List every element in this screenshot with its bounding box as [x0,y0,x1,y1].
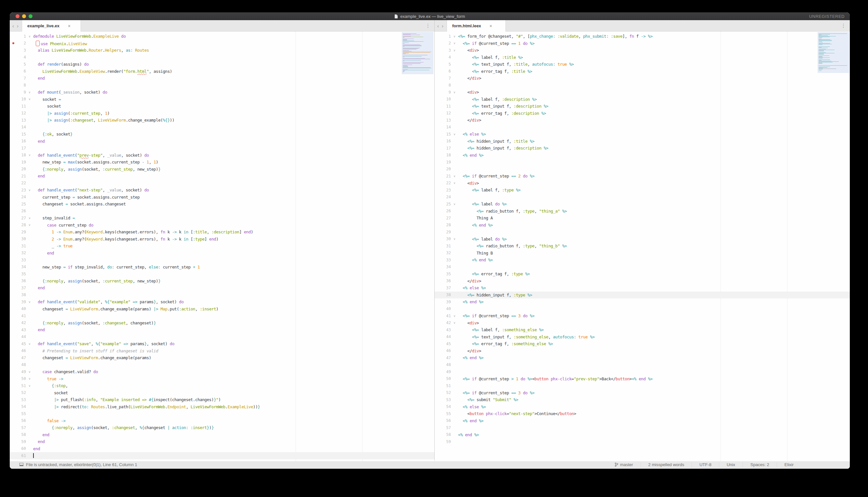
code-line[interactable]: 2 use Phoenix.LiveView [10,40,434,47]
code-line[interactable]: 40 [435,306,850,313]
fold-arrow-icon[interactable]: ∨ [451,174,458,178]
code-line[interactable]: 40 changeset = LiveViewForm.change_examp… [10,306,434,313]
code-line[interactable]: 54 <% else %> [435,403,850,411]
code-line[interactable]: 24 [435,194,850,201]
tab-scroll-left-icon[interactable]: ‹ [12,23,14,29]
code-line[interactable]: 38 [10,292,434,299]
code-line[interactable]: 44 [10,333,434,341]
code-line[interactable]: 31 <%= radio_button f, :type, "thing_b" … [435,242,850,250]
code-line[interactable]: 18 <% end %> [435,152,850,159]
fold-arrow-icon[interactable]: ∨ [26,384,33,387]
code-line[interactable]: 42 {:noreply, assign(socket, :changeset,… [10,320,434,327]
code-line[interactable]: 41 [10,312,434,320]
code-line[interactable]: 43 end [10,326,434,333]
fold-arrow-icon[interactable]: ∨ [451,91,458,94]
code-line[interactable]: 14 [10,124,434,131]
fold-arrow-icon[interactable]: ∨ [451,314,458,317]
code-line[interactable]: 30∨ <%= label do %> [435,236,850,243]
code-line[interactable]: 58<% end %> [435,431,850,439]
fold-arrow-icon[interactable]: ∨ [26,300,33,303]
code-line[interactable]: 18∨ def handle_event("prev-step", _value… [10,152,434,159]
code-line[interactable]: 27 Thing A [435,214,850,222]
code-line[interactable]: 29 [435,228,850,236]
code-line[interactable]: 20 {:noreply, assign(socket, :current_st… [10,166,434,173]
code-line[interactable]: 15 {:ok, socket} [10,131,434,138]
code-line[interactable]: 51 [435,382,850,389]
code-line[interactable]: 59 [435,438,850,445]
code-line[interactable]: 16 <%= hidden_input f, :title %> [435,138,850,145]
tab-close-icon[interactable]: × [489,24,492,29]
code-line[interactable]: 54 |> redirect(to: Routes.live_path(Live… [10,403,434,411]
code-line[interactable]: 19 [435,159,850,166]
code-line[interactable]: 22∨ <div> [435,180,850,187]
code-line[interactable]: 49 [435,368,850,375]
code-line[interactable]: 47 changeset = LiveViewForm.change_examp… [10,354,434,361]
code-line[interactable]: 26 <%= radio_button f, :type, "thing_a" … [435,208,850,215]
code-line[interactable]: 19 new_step = max(socket.assigns.current… [10,159,434,166]
code-line[interactable]: 33 <% end %> [435,256,850,264]
code-line[interactable]: 44 <%= text_input f, :something_else, au… [435,333,850,341]
code-line[interactable]: 22 [10,180,434,187]
code-line[interactable]: 41∨ <%= if @current_step == 3 do %> [435,312,850,320]
code-line[interactable]: 25 changeset = socket.assigns.changeset [10,201,434,208]
line-endings-status[interactable]: Unix [719,462,742,467]
title-bar[interactable]: example_live.ex — live_view_form UNREGIS… [10,12,850,20]
code-line[interactable]: 56 <% end %> [435,417,850,425]
syntax-status[interactable]: Elixir [777,462,801,467]
right-editor[interactable]: 1∨<%= form_for @changeset, "#", [phx_cha… [435,31,850,461]
code-line[interactable]: 58 end [10,431,434,439]
code-line[interactable]: 28∨ case current_step do [10,222,434,229]
code-line[interactable]: 1∨defmodule LiveViewFormWeb.ExampleLive … [10,33,434,40]
code-line[interactable]: 36 </div> [435,278,850,285]
code-line[interactable]: 15∨ <% else %> [435,131,850,138]
code-line[interactable]: 50 <%= if @current_step > 1 do %><button… [435,375,850,383]
code-line[interactable]: 32 end [10,250,434,257]
fold-arrow-icon[interactable]: ∨ [451,49,458,52]
fold-arrow-icon[interactable]: ∨ [26,91,33,94]
code-line[interactable]: 14 [435,124,850,131]
tab-scroll-right-icon[interactable]: › [442,23,443,29]
code-line[interactable]: 37 end [10,284,434,292]
code-line[interactable]: 36 {:noreply, assign(socket, :current_st… [10,278,434,285]
code-line[interactable]: 3∨ <div> [435,47,850,54]
code-line[interactable]: 17 <%= hidden_input f, :description %> [435,145,850,152]
code-line[interactable]: 29 1 -> Enum.any?(Keyword.keys(changeset… [10,228,434,236]
tab-overflow-icon[interactable]: ⋮ [837,20,850,31]
fold-arrow-icon[interactable]: ∨ [451,35,458,38]
tab-form-html-leex[interactable]: form.html.leex × [447,20,506,31]
code-line[interactable]: 52 <%= if @current_step == 3 do %> [435,389,850,397]
code-line[interactable]: 53 <%= submit "Submit" %> [435,396,850,403]
tab-scroll-left-icon[interactable]: ‹ [437,23,439,29]
fold-arrow-icon[interactable]: ∨ [26,370,33,373]
fold-arrow-icon[interactable]: ∨ [451,42,458,45]
code-line[interactable]: 2∨ <%= if @current_step == 1 do %> [435,40,850,47]
code-line[interactable]: 23 <%= label f, :type %> [435,187,850,194]
code-line[interactable]: 51∨ {:stop, [10,382,434,389]
tab-overflow-icon[interactable]: ⋮ [422,20,434,31]
fold-arrow-icon[interactable]: ∨ [26,153,33,157]
code-line[interactable]: 42∨ <div> [435,320,850,327]
code-line[interactable]: 7 end [10,75,434,82]
code-line[interactable]: 55 <button phx-click="next-step">Continu… [435,410,850,417]
code-line[interactable]: 57 [435,424,850,431]
fold-arrow-icon[interactable]: ∨ [451,181,458,185]
code-line[interactable]: 38 <%= hidden_input f, :type %> [435,292,850,299]
panel-toggle-icon[interactable] [19,463,24,466]
code-line[interactable]: 45 <%= error_tag f, :something_else %> [435,340,850,347]
code-line[interactable]: 8 [10,82,434,89]
code-line[interactable]: 39∨ def handle_event("validate", %{"exam… [10,298,434,306]
code-line[interactable]: 59 end [10,438,434,445]
code-line[interactable]: 20 [435,166,850,173]
code-line[interactable]: 5 <%= text_input f, :title, autofocus: t… [435,61,850,68]
code-line[interactable]: 35 <%= error_tag f, :type %> [435,270,850,278]
code-line[interactable]: 61 [10,452,434,459]
code-line[interactable]: 23∨ def handle_event("next-step", _value… [10,187,434,194]
code-line[interactable]: 10 <%= label f, :description %> [435,96,850,103]
code-line[interactable]: 48 [435,361,850,369]
code-line[interactable]: 8 [435,82,850,89]
code-line[interactable]: 28 <% end %> [435,222,850,229]
spellcheck-status[interactable]: 2 misspelled words [641,462,692,467]
code-line[interactable]: 45∨ def handle_event("save", %{"example"… [10,340,434,347]
code-line[interactable]: 6 LiveViewFormWeb.ExampleView.render("fo… [10,68,434,75]
code-line[interactable]: 60end [10,445,434,453]
